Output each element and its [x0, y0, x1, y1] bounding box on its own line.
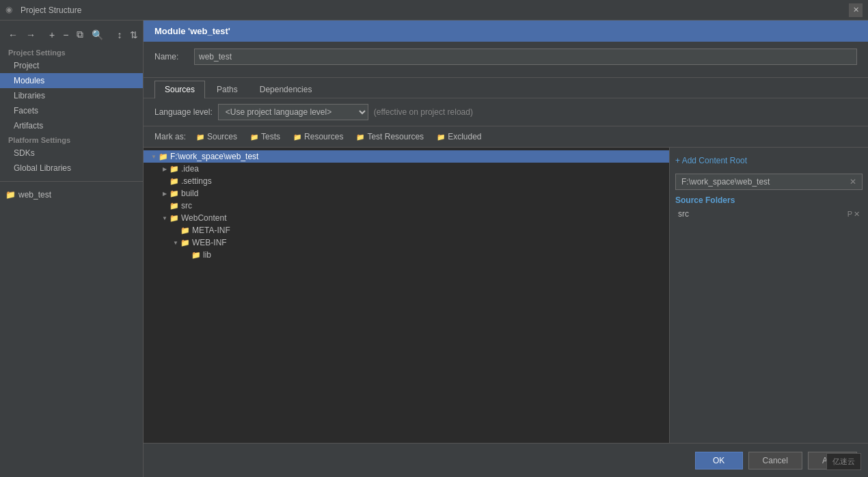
source-folder-remove-icon[interactable]: ✕: [854, 210, 860, 219]
mark-excluded-label: Excluded: [448, 132, 481, 141]
tree-root[interactable]: ▼ 📁 F:\work_space\web_test: [144, 150, 669, 163]
lib-folder-icon: 📁: [191, 251, 201, 260]
tree-meta-inf[interactable]: ▶ 📁 META-INF: [144, 224, 669, 236]
sidebar-toolbar: ← → + − ⧉ 🔍 ↕ ⇅: [0, 23, 143, 46]
cancel-button[interactable]: Cancel: [748, 452, 802, 469]
add-button[interactable]: +: [46, 28, 57, 42]
source-folders-label: Source Folders: [675, 195, 863, 205]
tests-icon: 📁: [249, 132, 259, 141]
sidebar-item-modules[interactable]: Modules: [0, 73, 143, 88]
tree-build[interactable]: ▶ 📁 build: [144, 187, 669, 200]
sidebar-item-facets[interactable]: Facets: [0, 103, 143, 118]
sidebar-item-artifacts[interactable]: Artifacts: [0, 118, 143, 133]
sidebar-divider: [0, 181, 143, 182]
tab-dependencies[interactable]: Dependencies: [249, 81, 323, 98]
back-button[interactable]: ←: [5, 28, 21, 42]
close-button[interactable]: ✕: [849, 3, 863, 17]
add-content-root-button[interactable]: + Add Content Root: [675, 153, 863, 168]
mark-as-label: Mark as:: [154, 132, 186, 141]
sidebar-module-item[interactable]: 📁 web_test: [0, 187, 143, 202]
webcontent-arrow: ▼: [160, 215, 169, 221]
remove-button[interactable]: −: [60, 28, 71, 42]
title-bar-text: Project Structure: [21, 5, 81, 15]
name-row: Name:: [154, 49, 857, 65]
watermark: 亿迷云: [826, 453, 861, 470]
tree-root-label: F:\work_space\web_test: [170, 152, 258, 161]
platform-settings-label: Platform Settings: [0, 133, 143, 146]
sidebar: ← → + − ⧉ 🔍 ↕ ⇅ Project Settings Project…: [0, 21, 144, 477]
mark-tests-label: Tests: [261, 132, 280, 141]
mark-sources[interactable]: 📁 Sources: [193, 131, 240, 143]
sidebar-item-project[interactable]: Project: [0, 58, 143, 73]
content-root-path: F:\work_space\web_test: [681, 177, 770, 187]
excluded-icon: 📁: [436, 132, 446, 141]
mark-test-resources[interactable]: 📁 Test Resources: [353, 131, 426, 143]
module-form: Name:: [144, 42, 868, 78]
content-root-item: F:\work_space\web_test ✕: [675, 174, 863, 190]
module-header: Module 'web_test': [144, 21, 868, 42]
copy-button[interactable]: ⧉: [74, 27, 86, 42]
tree-src[interactable]: ▶ 📁 src: [144, 200, 669, 212]
mark-sources-label: Sources: [207, 132, 237, 141]
source-folder-name: src: [678, 209, 689, 219]
mark-as-bar: Mark as: 📁 Sources 📁 Tests 📁 Resources 📁…: [144, 126, 868, 148]
idea-folder-icon: 📁: [169, 165, 179, 174]
main-container: ← → + − ⧉ 🔍 ↕ ⇅ Project Settings Project…: [0, 21, 868, 477]
tree-settings-label: .settings: [181, 176, 212, 186]
source-folder-actions: P ✕: [847, 210, 860, 219]
mark-tests[interactable]: 📁 Tests: [247, 131, 283, 143]
build-arrow: ▶: [160, 191, 169, 197]
name-label: Name:: [154, 52, 189, 62]
tab-sources[interactable]: Sources: [154, 81, 205, 98]
web-inf-folder-icon: 📁: [180, 238, 190, 247]
bottom-bar: OK Cancel Apply: [144, 443, 868, 477]
app-icon: ◉: [5, 5, 16, 16]
sidebar-item-libraries[interactable]: Libraries: [0, 88, 143, 103]
src-folder-icon: 📁: [169, 202, 179, 210]
module-folder-icon: 📁: [5, 190, 16, 200]
resources-icon: 📁: [293, 132, 302, 141]
search-button[interactable]: 🔍: [89, 28, 106, 42]
tree-idea[interactable]: ▶ 📁 .idea: [144, 163, 669, 175]
tree-idea-label: .idea: [181, 164, 199, 174]
sort-button[interactable]: ↕: [114, 28, 124, 42]
web-inf-arrow: ▼: [171, 240, 180, 246]
lang-level-select[interactable]: <Use project language level>: [218, 104, 368, 120]
idea-arrow: ▶: [160, 166, 169, 172]
tab-content: Language level: <Use project language le…: [144, 98, 868, 443]
tree-webcontent[interactable]: ▼ 📁 WebContent: [144, 212, 669, 224]
tabs-bar: Sources Paths Dependencies: [144, 78, 868, 98]
meta-inf-folder-icon: 📁: [180, 226, 190, 235]
lang-level-note: (effective on project reload): [374, 107, 473, 117]
tree-settings[interactable]: ▶ 📁 .settings: [144, 175, 669, 187]
tab-paths[interactable]: Paths: [206, 81, 248, 98]
title-bar: ◉ Project Structure ✕: [0, 0, 868, 21]
webcontent-folder-icon: 📁: [169, 214, 179, 223]
tree-web-inf-label: WEB-INF: [192, 238, 227, 247]
tree-src-label: src: [181, 201, 192, 210]
root-arrow: ▼: [149, 154, 159, 160]
sort-alt-button[interactable]: ⇅: [127, 28, 141, 42]
tree-lib-label: lib: [203, 250, 211, 260]
source-folder-edit-icon[interactable]: P: [847, 210, 852, 219]
mark-test-resources-label: Test Resources: [367, 132, 424, 141]
mark-excluded[interactable]: 📁 Excluded: [433, 131, 484, 143]
mark-resources[interactable]: 📁 Resources: [290, 131, 346, 143]
forward-button[interactable]: →: [23, 28, 38, 42]
ok-button[interactable]: OK: [695, 452, 743, 469]
name-input[interactable]: [194, 49, 857, 65]
module-item-label: web_test: [18, 190, 51, 200]
mark-resources-label: Resources: [304, 132, 343, 141]
sidebar-item-global-libraries[interactable]: Global Libraries: [0, 161, 143, 176]
content-root-close-button[interactable]: ✕: [850, 177, 856, 187]
tree-web-inf[interactable]: ▼ 📁 WEB-INF: [144, 236, 669, 249]
tree-lib[interactable]: ▶ 📁 lib: [144, 249, 669, 261]
split-content: ▼ 📁 F:\work_space\web_test ▶ 📁 .idea: [144, 148, 868, 443]
tree-panel: ▼ 📁 F:\work_space\web_test ▶ 📁 .idea: [144, 148, 670, 443]
sidebar-item-sdks[interactable]: SDKs: [0, 146, 143, 161]
content-area: Module 'web_test' Name: Sources Paths De…: [144, 21, 868, 477]
settings-folder-icon: 📁: [169, 177, 179, 186]
lang-level-row: Language level: <Use project language le…: [144, 98, 868, 126]
build-folder-icon: 📁: [169, 189, 179, 198]
source-folder-item: src P ✕: [675, 208, 863, 220]
